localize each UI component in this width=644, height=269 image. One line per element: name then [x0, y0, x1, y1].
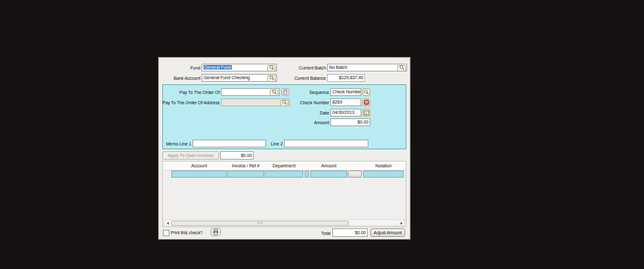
search-icon: [272, 89, 277, 97]
grid-column-department: Department: [265, 162, 303, 169]
sequence-lookup-button[interactable]: [363, 88, 370, 96]
grid-cell-invoice-ref[interactable]: [227, 171, 264, 178]
date-value: 04/30/2013: [332, 110, 354, 115]
apply-amount-field: $0.00: [220, 151, 254, 160]
print-check-checkbox[interactable]: [163, 230, 169, 236]
total-label: Total: [314, 230, 330, 237]
memo-line-1-input[interactable]: [193, 140, 266, 147]
grid-column-amount: Amount: [310, 162, 347, 169]
pay-to-lookup-button[interactable]: [270, 89, 278, 96]
assign-check-number-button[interactable]: [363, 98, 370, 106]
bank-account-lookup-button[interactable]: [267, 75, 276, 82]
search-icon: [269, 65, 274, 72]
fund-lookup-button[interactable]: [267, 65, 276, 71]
grid-cell-notation[interactable]: [363, 171, 404, 178]
scrollbar-grip-icon: [258, 222, 263, 224]
distribution-grid: Account Invoice / Ref # Department Amoun…: [162, 161, 406, 227]
memo-line-1-label: Memo Line 1: [163, 140, 191, 147]
pay-to-address-label: Pay To The Order Of Address: [159, 99, 220, 106]
grid-cell-account[interactable]: [171, 171, 227, 178]
bank-account-label: Bank Account: [159, 75, 200, 82]
calendar-icon: [364, 110, 369, 116]
scroll-left-icon: [167, 222, 169, 225]
current-batch-input[interactable]: No Batch: [327, 64, 407, 71]
horizontal-scrollbar[interactable]: [164, 219, 405, 226]
printer-icon: [213, 229, 219, 236]
apply-to-open-invoices-button[interactable]: Apply To Open Invoices: [162, 151, 219, 160]
current-balance-field: $129,837.40: [327, 74, 365, 82]
desktop-background: Fund General Fund Current Batch No Batch…: [0, 0, 644, 269]
check-number-input[interactable]: 8269: [330, 98, 361, 106]
adjust-amount-button[interactable]: Adjust Amount: [370, 228, 405, 237]
fund-label: Fund: [159, 64, 200, 71]
pay-to-label: Pay To The Order Of: [160, 89, 220, 96]
scroll-right-icon: [401, 222, 402, 225]
amount-input[interactable]: $0.00: [330, 118, 370, 126]
scroll-left-button[interactable]: [165, 221, 170, 225]
amount-label: Amount: [285, 119, 329, 126]
search-icon: [364, 89, 369, 95]
pay-to-input[interactable]: [221, 88, 279, 96]
memo-line-2-input[interactable]: [284, 140, 368, 147]
current-balance-label: Current Balance: [285, 75, 326, 82]
total-field: $0.00: [332, 228, 368, 237]
date-input[interactable]: 04/30/2013: [330, 109, 361, 116]
pay-to-address-input: [221, 98, 290, 106]
sequence-input[interactable]: Check Number: [330, 88, 361, 96]
fund-value: General Fund: [204, 65, 232, 70]
grid-column-invoice-ref: Invoice / Ref #: [227, 162, 264, 169]
fund-input[interactable]: General Fund: [202, 64, 277, 71]
check-detail-panel: Pay To The Order Of Sequence Check Numbe…: [162, 84, 406, 149]
grid-column-notation: Notation: [363, 162, 404, 169]
check-number-label: Check Number: [285, 99, 329, 106]
sequence-label: Sequence: [285, 89, 329, 96]
current-batch-lookup-button[interactable]: [397, 65, 406, 71]
date-picker-button[interactable]: [363, 109, 370, 116]
check-entry-window: Fund General Fund Current Batch No Batch…: [158, 57, 410, 239]
grid-column-account: Account: [171, 162, 227, 169]
print-button[interactable]: [211, 228, 221, 236]
scrollbar-thumb[interactable]: [171, 221, 349, 226]
bank-account-value: General Fund Checking: [204, 75, 250, 80]
search-icon: [269, 75, 274, 82]
bank-account-input[interactable]: General Fund Checking: [202, 74, 277, 82]
grid-row-lookup-button[interactable]: [348, 171, 362, 178]
print-check-label: Print this check?: [171, 229, 203, 236]
date-label: Date: [285, 109, 329, 116]
grid-cell-amount[interactable]: [310, 171, 347, 178]
sequence-value: Check Number: [332, 89, 361, 94]
current-batch-label: Current Batch: [285, 64, 326, 71]
memo-line-2-label: Line 2: [269, 140, 283, 147]
check-number-value: 8269: [332, 100, 342, 104]
autonumber-icon: [364, 100, 369, 106]
scroll-right-button[interactable]: [399, 221, 404, 225]
grid-cell-spacer: [305, 171, 309, 178]
current-batch-value: No Batch: [329, 65, 347, 70]
search-icon: [399, 65, 404, 72]
grid-cell-department[interactable]: [265, 171, 303, 178]
